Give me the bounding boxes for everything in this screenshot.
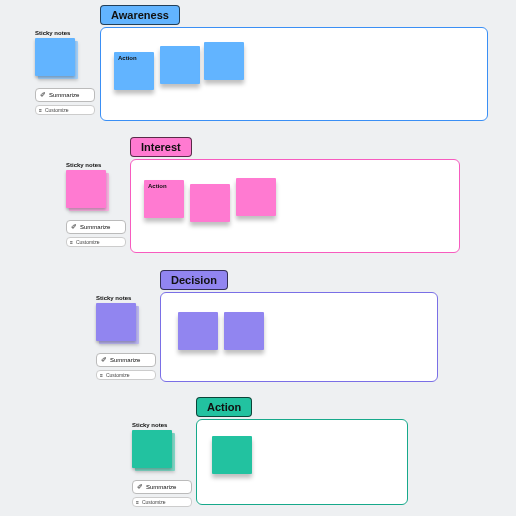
summarize-label: Summarize	[80, 224, 110, 230]
summarize-button[interactable]: ✐Summarize	[96, 353, 156, 367]
sliders-icon: ≡	[100, 372, 103, 378]
section-label[interactable]: Action	[196, 397, 252, 417]
sticky-note[interactable]	[178, 312, 218, 350]
customize-button[interactable]: ≡Customize	[132, 497, 192, 507]
customize-label: Customize	[45, 107, 69, 113]
sticky-note[interactable]	[236, 178, 276, 216]
customize-label: Customize	[76, 239, 100, 245]
summarize-button[interactable]: ✐Summarize	[66, 220, 126, 234]
wand-icon: ✐	[40, 91, 46, 99]
sticky-note[interactable]: Action	[144, 180, 184, 218]
wand-icon: ✐	[101, 356, 107, 364]
sticky-pad-sheet-front	[96, 303, 136, 341]
sliders-icon: ≡	[136, 499, 139, 505]
wand-icon: ✐	[71, 223, 77, 231]
sticky-note[interactable]: Action	[114, 52, 154, 90]
sticky-pad[interactable]	[66, 170, 112, 214]
customize-button[interactable]: ≡Customize	[66, 237, 126, 247]
sticky-note[interactable]	[212, 436, 252, 474]
sticky-note[interactable]	[224, 312, 264, 350]
customize-label: Customize	[106, 372, 130, 378]
summarize-label: Summarize	[110, 357, 140, 363]
sticky-note[interactable]	[204, 42, 244, 80]
section-label[interactable]: Decision	[160, 270, 228, 290]
sticky-pad-sheet-front	[66, 170, 106, 208]
sticky-pad-sheet-front	[132, 430, 172, 468]
section-frame[interactable]	[100, 27, 488, 121]
sticky-note-text: Action	[148, 183, 167, 189]
section-label[interactable]: Interest	[130, 137, 192, 157]
sticky-note[interactable]	[160, 46, 200, 84]
customize-button[interactable]: ≡Customize	[96, 370, 156, 380]
sticky-panel-title: Sticky notes	[66, 162, 126, 168]
sticky-panel: Sticky notes✐Summarize≡Customize	[66, 162, 126, 250]
sticky-note-text: Action	[118, 55, 137, 61]
sliders-icon: ≡	[70, 239, 73, 245]
sticky-pad[interactable]	[132, 430, 178, 474]
sticky-panel-title: Sticky notes	[35, 30, 95, 36]
sliders-icon: ≡	[39, 107, 42, 113]
sticky-note[interactable]	[190, 184, 230, 222]
summarize-button[interactable]: ✐Summarize	[35, 88, 95, 102]
summarize-label: Summarize	[146, 484, 176, 490]
sticky-pad[interactable]	[35, 38, 81, 82]
sticky-panel: Sticky notes✐Summarize≡Customize	[35, 30, 95, 118]
sticky-panel: Sticky notes✐Summarize≡Customize	[132, 422, 192, 510]
sticky-pad-sheet-front	[35, 38, 75, 76]
customize-label: Customize	[142, 499, 166, 505]
wand-icon: ✐	[137, 483, 143, 491]
section-label[interactable]: Awareness	[100, 5, 180, 25]
sticky-panel-title: Sticky notes	[96, 295, 156, 301]
sticky-panel: Sticky notes✐Summarize≡Customize	[96, 295, 156, 383]
sticky-panel-title: Sticky notes	[132, 422, 192, 428]
customize-button[interactable]: ≡Customize	[35, 105, 95, 115]
summarize-label: Summarize	[49, 92, 79, 98]
sticky-pad[interactable]	[96, 303, 142, 347]
summarize-button[interactable]: ✐Summarize	[132, 480, 192, 494]
